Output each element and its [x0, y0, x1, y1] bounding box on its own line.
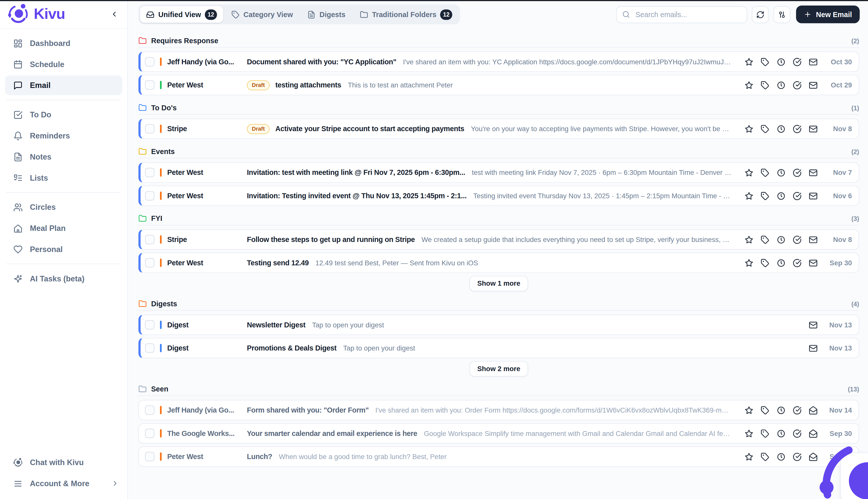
email-row[interactable]: Peter WestDrafttesting attachmentsThis i…: [138, 75, 859, 96]
star-icon[interactable]: [745, 168, 754, 177]
tag-icon[interactable]: [760, 429, 769, 438]
sidebar-item-dashboard[interactable]: Dashboard: [5, 33, 122, 53]
star-icon[interactable]: [745, 192, 754, 200]
mark-unread-icon[interactable]: [809, 235, 818, 244]
star-icon[interactable]: [745, 406, 754, 415]
tag-icon[interactable]: [760, 406, 769, 415]
row-checkbox[interactable]: [145, 429, 154, 438]
tab-digests[interactable]: Digests: [301, 6, 352, 23]
mark-done-icon[interactable]: [793, 429, 802, 438]
tab-traditional-folders[interactable]: Traditional Folders12: [354, 6, 459, 23]
tag-icon[interactable]: [760, 235, 769, 244]
snooze-icon[interactable]: [777, 452, 785, 461]
snooze-icon[interactable]: [777, 235, 785, 244]
star-icon[interactable]: [745, 57, 754, 66]
show-more-button[interactable]: Show 2 more: [469, 361, 528, 377]
row-checkbox[interactable]: [145, 81, 154, 90]
kivu-chat-widget-icon[interactable]: [818, 438, 868, 499]
row-checkbox[interactable]: [145, 343, 154, 353]
sidebar-item-chat-with-kivu[interactable]: Chat with Kivu: [5, 452, 122, 472]
show-more-button[interactable]: Show 1 more: [469, 276, 528, 291]
sidebar-item-ai-tasks-beta[interactable]: AI Tasks (beta): [5, 269, 122, 289]
star-icon[interactable]: [745, 429, 754, 438]
email-row[interactable]: Peter WestLunch?When would be a good tim…: [138, 447, 859, 467]
tag-icon[interactable]: [760, 57, 769, 66]
filter-settings-button[interactable]: [773, 6, 790, 23]
tab-unified-view[interactable]: Unified View12: [140, 6, 223, 23]
snooze-icon[interactable]: [777, 81, 785, 89]
row-checkbox[interactable]: [145, 57, 154, 66]
mark-read-icon[interactable]: [809, 406, 818, 415]
email-row[interactable]: DigestNewsletter DigestTap to open your …: [138, 315, 859, 335]
email-row[interactable]: DigestPromotions & Deals DigestTap to op…: [138, 338, 859, 358]
email-row[interactable]: Peter WestTesting send 12.4912.49 test s…: [138, 253, 859, 273]
tag-icon[interactable]: [760, 168, 769, 177]
row-checkbox[interactable]: [145, 168, 154, 177]
mark-done-icon[interactable]: [793, 168, 802, 177]
mark-unread-icon[interactable]: [809, 57, 818, 66]
row-checkbox[interactable]: [145, 452, 154, 461]
refresh-button[interactable]: [752, 6, 769, 23]
sidebar-item-lists[interactable]: Lists: [5, 168, 122, 188]
email-row[interactable]: Jeff Handy (via Go...Document shared wit…: [138, 51, 859, 72]
mark-done-icon[interactable]: [793, 81, 802, 89]
sidebar-collapse-button[interactable]: [109, 9, 120, 19]
snooze-icon[interactable]: [777, 192, 785, 200]
new-email-button[interactable]: New Email: [796, 5, 860, 23]
tag-icon[interactable]: [760, 452, 769, 461]
snooze-icon[interactable]: [777, 406, 785, 415]
snooze-icon[interactable]: [777, 429, 785, 438]
snooze-icon[interactable]: [777, 124, 785, 133]
email-row[interactable]: Peter WestInvitation: test with meeting …: [138, 162, 859, 183]
mark-unread-icon[interactable]: [809, 192, 818, 200]
mark-done-icon[interactable]: [793, 124, 802, 133]
row-checkbox[interactable]: [145, 124, 154, 133]
tag-icon[interactable]: [760, 258, 769, 267]
mark-done-icon[interactable]: [793, 452, 802, 461]
star-icon[interactable]: [745, 452, 754, 461]
row-checkbox[interactable]: [145, 235, 154, 244]
email-row[interactable]: Peter WestInvitation: Testing invited ev…: [138, 185, 859, 206]
mark-read-icon[interactable]: [809, 452, 818, 461]
sidebar-item-account-more[interactable]: Account & More: [5, 474, 122, 494]
sidebar-item-personal[interactable]: Personal: [5, 239, 122, 259]
row-checkbox[interactable]: [145, 405, 154, 415]
star-icon[interactable]: [745, 235, 754, 244]
mark-unread-icon[interactable]: [809, 258, 818, 267]
mark-done-icon[interactable]: [793, 258, 802, 267]
sidebar-item-notes[interactable]: Notes: [5, 147, 122, 167]
snooze-icon[interactable]: [777, 57, 785, 66]
sidebar-item-meal-plan[interactable]: Meal Plan: [5, 218, 122, 238]
email-row[interactable]: StripeFollow these steps to get up and r…: [138, 229, 859, 250]
star-icon[interactable]: [745, 124, 754, 133]
tag-icon[interactable]: [760, 81, 769, 89]
mark-unread-icon[interactable]: [809, 320, 818, 329]
tag-icon[interactable]: [760, 192, 769, 200]
mark-done-icon[interactable]: [793, 192, 802, 200]
mark-done-icon[interactable]: [793, 235, 802, 244]
snooze-icon[interactable]: [777, 258, 785, 267]
tab-category-view[interactable]: Category View: [225, 6, 299, 23]
search-input[interactable]: [634, 10, 741, 19]
mark-unread-icon[interactable]: [809, 124, 818, 133]
email-row[interactable]: StripeDraftActivate your Stripe account …: [138, 119, 859, 139]
sidebar-item-reminders[interactable]: Reminders: [5, 126, 122, 145]
star-icon[interactable]: [745, 81, 754, 89]
mark-unread-icon[interactable]: [809, 168, 818, 177]
sidebar-item-email[interactable]: Email: [5, 75, 122, 95]
email-row[interactable]: The Google Works...Your smarter calendar…: [138, 423, 859, 444]
sidebar-item-circles[interactable]: Circles: [5, 197, 122, 217]
mark-unread-icon[interactable]: [809, 81, 818, 89]
mark-unread-icon[interactable]: [809, 344, 818, 353]
star-icon[interactable]: [745, 258, 754, 267]
email-row[interactable]: Jeff Handy (via Go...Form shared with yo…: [138, 400, 859, 421]
sidebar-item-to-do[interactable]: To Do: [5, 105, 122, 125]
snooze-icon[interactable]: [777, 168, 785, 177]
mark-read-icon[interactable]: [809, 429, 818, 438]
mark-done-icon[interactable]: [793, 406, 802, 415]
row-checkbox[interactable]: [145, 320, 154, 329]
sidebar-item-schedule[interactable]: Schedule: [5, 54, 122, 74]
row-checkbox[interactable]: [145, 191, 154, 200]
mark-done-icon[interactable]: [793, 57, 802, 66]
tag-icon[interactable]: [760, 124, 769, 133]
